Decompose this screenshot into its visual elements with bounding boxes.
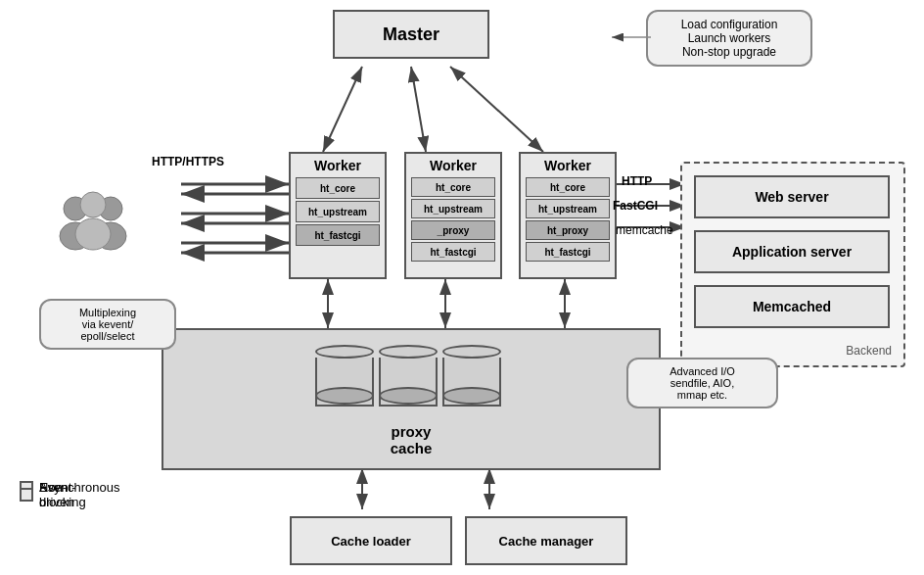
worker1-box: Worker ht_core ht_upstream ht_fastcgi (289, 152, 387, 279)
worker2-ht-upstream: ht_upstream (411, 199, 495, 218)
web-server-label: Web server (755, 189, 828, 205)
memcache-label: memcache (616, 223, 673, 237)
cache-loader-label: Cache loader (331, 534, 411, 549)
svg-line-3 (323, 67, 362, 152)
db1 (315, 345, 374, 407)
db2 (379, 345, 438, 407)
advanced-io-callout: Advanced I/O sendfile, AIO, mmap etc. (626, 358, 778, 408)
worker3-ht-fastcgi: ht_fastcgi (526, 242, 610, 262)
worker1-ht-upstream: ht_upstream (296, 201, 380, 222)
master-callout: Load configuration Launch workers Non-st… (646, 10, 812, 67)
svg-line-4 (411, 67, 426, 152)
legend-nonblocking: Non-blocking (20, 480, 86, 509)
worker3-ht-proxy: ht_proxy (526, 220, 610, 240)
proxy-cache-box: proxy cache (162, 328, 661, 470)
db3 (442, 345, 501, 407)
svg-line-5 (450, 67, 543, 152)
cache-manager-box: Cache manager (465, 516, 627, 565)
legend-nonblocking-label: Non-blocking (39, 480, 86, 509)
worker2-proxy: _proxy (411, 220, 495, 240)
worker1-ht-fastcgi: ht_fastcgi (296, 224, 380, 246)
web-server-box: Web server (694, 175, 890, 218)
fastcgi-label: FastCGI (613, 199, 658, 213)
cache-loader-box: Cache loader (290, 516, 452, 565)
worker2-ht-core: ht_core (411, 177, 495, 197)
http-label: HTTP (622, 174, 652, 188)
multiplexing-callout: Multiplexing via kevent/ epoll/select (39, 299, 176, 350)
memcached-label: Memcached (753, 299, 831, 314)
app-server-label: Application server (732, 244, 852, 260)
master-label: Master (383, 24, 439, 45)
multiplexing-text: Multiplexing via kevent/ epoll/select (79, 307, 136, 342)
backend-box: Backend Web server Application server Me… (680, 162, 905, 367)
worker2-label: Worker (430, 158, 477, 173)
master-callout-text: Load configuration Launch workers Non-st… (681, 18, 778, 59)
worker3-label: Worker (544, 158, 591, 173)
svg-point-25 (75, 218, 111, 250)
worker1-ht-core: ht_core (296, 177, 380, 199)
worker2-ht-fastcgi: ht_fastcgi (411, 242, 495, 262)
diagram: HTTP/HTTPS Master Load configuration Lau… (0, 0, 924, 575)
callout-tail (612, 27, 651, 47)
cache-manager-label: Cache manager (499, 534, 594, 549)
backend-label: Backend (846, 344, 892, 358)
advanced-io-text: Advanced I/O sendfile, AIO, mmap etc. (670, 365, 735, 401)
worker1-label: Worker (314, 158, 361, 173)
users-icon (54, 181, 132, 260)
worker2-box: Worker ht_core ht_upstream _proxy ht_fas… (404, 152, 502, 279)
app-server-box: Application server (694, 230, 890, 273)
http-https-label: HTTP/HTTPS (152, 155, 224, 168)
proxy-cache-label: proxy cache (391, 423, 433, 456)
svg-point-24 (80, 192, 106, 217)
legend-nonblocking-icon (20, 488, 33, 502)
master-box: Master (333, 10, 489, 59)
worker3-box: Worker ht_core ht_upstream ht_proxy ht_f… (519, 152, 617, 279)
worker3-ht-core: ht_core (526, 177, 610, 197)
worker3-ht-upstream: ht_upstream (526, 199, 610, 218)
memcached-box: Memcached (694, 285, 890, 328)
